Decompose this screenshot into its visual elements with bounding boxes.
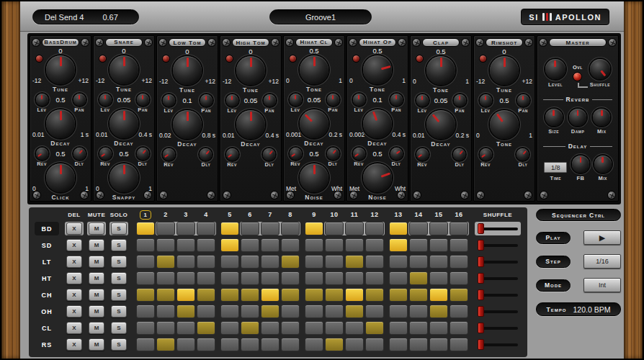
shuffle-slider-cl[interactable] xyxy=(475,321,521,335)
hihat-op-rev-knob[interactable] xyxy=(353,148,365,160)
high-tom-pan-knob[interactable] xyxy=(264,94,276,107)
high-tom-tune-knob[interactable] xyxy=(236,56,265,85)
snare-dly-knob[interactable] xyxy=(137,148,149,160)
step-cell-bd-8[interactable] xyxy=(281,222,300,235)
step-cell-lt-12[interactable] xyxy=(365,255,384,269)
step-cell-ht-2[interactable] xyxy=(156,271,175,285)
slider-handle[interactable] xyxy=(478,273,484,284)
step-cell-sd-14[interactable] xyxy=(409,238,428,252)
solo-button-rs[interactable]: S xyxy=(111,338,127,351)
step-cell-oh-3[interactable] xyxy=(176,305,195,318)
step-cell-rs-15[interactable] xyxy=(429,338,448,351)
step-cell-ch-3[interactable] xyxy=(176,288,195,302)
step-cell-oh-9[interactable] xyxy=(305,305,323,318)
solo-button-cl[interactable]: S xyxy=(111,322,127,334)
step-cell-rs-9[interactable] xyxy=(305,338,323,351)
rimshot-rev-knob[interactable] xyxy=(480,148,492,161)
step-cell-sd-11[interactable] xyxy=(345,238,364,252)
step-cell-oh-14[interactable] xyxy=(409,305,428,318)
shuffle-slider-bd[interactable] xyxy=(475,222,521,235)
step-cell-rs-11[interactable] xyxy=(345,338,364,351)
delete-button-sd[interactable]: X xyxy=(66,239,82,251)
hihat-cl-lev-knob[interactable] xyxy=(290,94,302,106)
step-cell-oh-16[interactable] xyxy=(450,305,468,318)
clap-lev-knob[interactable] xyxy=(416,94,429,107)
step-cell-rs-12[interactable] xyxy=(365,338,384,351)
step-cell-rs-10[interactable] xyxy=(325,338,344,351)
step-cell-ht-12[interactable] xyxy=(365,271,384,285)
mute-button-ht[interactable]: M xyxy=(89,272,104,284)
step-cell-bd-3[interactable] xyxy=(176,222,195,235)
step-cell-lt-7[interactable] xyxy=(261,255,279,269)
step-cell-lt-9[interactable] xyxy=(305,255,323,269)
shuffle-slider-oh[interactable] xyxy=(475,305,521,318)
step-cell-sd-8[interactable] xyxy=(281,238,300,252)
step-cell-sd-5[interactable] xyxy=(220,238,239,252)
snare-snappy-knob[interactable] xyxy=(109,163,138,192)
step-cell-ch-8[interactable] xyxy=(281,288,300,302)
step-cell-cl-2[interactable] xyxy=(156,321,175,335)
rimshot-dly-knob[interactable] xyxy=(516,148,529,161)
step-cell-sd-10[interactable] xyxy=(325,238,344,252)
high-tom-rev-knob[interactable] xyxy=(226,148,238,161)
step-cell-lt-14[interactable] xyxy=(409,255,428,269)
step-cell-bd-2[interactable] xyxy=(156,222,175,235)
step-cell-oh-10[interactable] xyxy=(325,305,344,318)
solo-button-ch[interactable]: S xyxy=(111,289,127,301)
step-cell-rs-2[interactable] xyxy=(156,338,175,351)
step-cell-bd-16[interactable] xyxy=(450,222,468,235)
hihat-cl-decay-knob[interactable] xyxy=(300,109,328,138)
mode-button[interactable]: Int xyxy=(583,278,621,292)
shuffle-slider-ht[interactable] xyxy=(475,271,521,285)
play-button[interactable]: ▶ xyxy=(583,230,621,245)
delete-button-oh[interactable]: X xyxy=(66,305,82,318)
step-cell-lt-8[interactable] xyxy=(281,255,300,269)
step-cell-bd-7[interactable] xyxy=(261,222,279,235)
shuffle-slider-ch[interactable] xyxy=(475,288,521,302)
step-cell-ch-16[interactable] xyxy=(450,288,468,302)
snare-lev-knob[interactable] xyxy=(99,94,112,106)
step-cell-ch-11[interactable] xyxy=(345,288,364,302)
delete-button-ch[interactable]: X xyxy=(66,289,82,301)
step-cell-sd-4[interactable] xyxy=(197,238,215,252)
step-cell-cl-7[interactable] xyxy=(261,321,279,335)
preset-display[interactable]: Groove1 xyxy=(269,9,372,24)
step-cell-sd-3[interactable] xyxy=(176,238,195,252)
solo-button-lt[interactable]: S xyxy=(111,256,127,268)
step-cell-ch-13[interactable] xyxy=(389,288,408,302)
low-tom-dly-knob[interactable] xyxy=(200,148,212,161)
step-cell-ch-12[interactable] xyxy=(365,288,384,302)
step-cell-cl-1[interactable] xyxy=(136,321,155,335)
shuffle-slider-rs[interactable] xyxy=(475,338,521,351)
step-cell-bd-14[interactable] xyxy=(409,222,428,235)
step-cell-oh-8[interactable] xyxy=(281,305,300,318)
step-cell-ht-11[interactable] xyxy=(345,271,364,285)
clap-dly-knob[interactable] xyxy=(453,148,465,161)
step-cell-oh-4[interactable] xyxy=(197,305,215,318)
delay-fb-knob[interactable] xyxy=(572,156,589,173)
step-cell-ch-2[interactable] xyxy=(156,288,175,302)
step-cell-ch-1[interactable] xyxy=(136,288,155,302)
step-cell-oh-2[interactable] xyxy=(156,305,175,318)
step-cell-lt-3[interactable] xyxy=(176,255,195,269)
step-cell-rs-5[interactable] xyxy=(220,338,239,351)
step-cell-cl-6[interactable] xyxy=(241,321,259,335)
hihat-cl-rev-knob[interactable] xyxy=(290,148,302,160)
master-level-knob[interactable] xyxy=(545,59,565,79)
delay-mix-knob[interactable] xyxy=(594,156,612,173)
step-cell-bd-5[interactable] xyxy=(220,222,239,235)
bassdrum-decay-knob[interactable] xyxy=(46,109,75,138)
step-cell-lt-1[interactable] xyxy=(136,255,155,269)
step-cell-rs-13[interactable] xyxy=(389,338,408,351)
step-cell-ch-10[interactable] xyxy=(325,288,344,302)
low-tom-lev-knob[interactable] xyxy=(163,94,175,107)
step-cell-oh-13[interactable] xyxy=(389,305,408,318)
master-shuffle-knob[interactable] xyxy=(590,59,610,79)
step-cell-lt-5[interactable] xyxy=(220,255,239,269)
step-cell-ht-3[interactable] xyxy=(176,271,195,285)
clap-rev-knob[interactable] xyxy=(416,148,429,161)
hihat-cl-dly-knob[interactable] xyxy=(327,148,339,160)
snare-pan-knob[interactable] xyxy=(137,94,149,106)
slider-handle[interactable] xyxy=(478,323,484,333)
step-cell-sd-1[interactable] xyxy=(136,238,155,252)
